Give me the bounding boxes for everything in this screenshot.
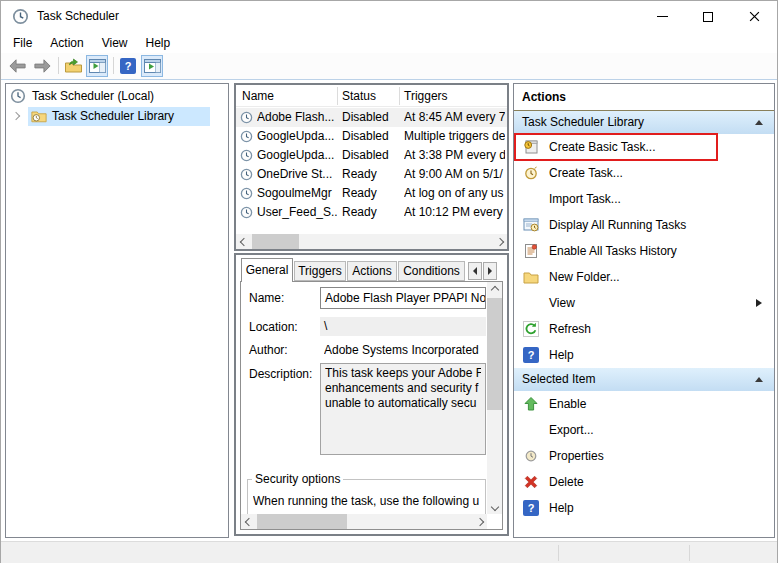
scroll-up-button[interactable] [487, 282, 502, 297]
menu-action[interactable]: Action [41, 34, 92, 52]
task-list-header: Name Status Triggers [236, 85, 507, 107]
collapse-arrow-icon[interactable] [755, 377, 763, 382]
display-running-tasks-icon [523, 217, 539, 233]
status-bar-separator [558, 545, 559, 561]
tab-conditions[interactable]: Conditions [398, 261, 465, 281]
task-clock-icon [240, 168, 253, 181]
action-item-enable-all-tasks-history[interactable]: Enable All Tasks History [514, 238, 774, 264]
group-header-task-scheduler-library[interactable]: Task Scheduler Library [514, 111, 774, 134]
scrollbar-thumb[interactable] [252, 234, 299, 249]
task-status: Disabled [342, 146, 398, 165]
help-icon: ? [120, 58, 136, 74]
action-item-enable[interactable]: Enable [514, 391, 774, 417]
collapse-arrow-icon[interactable] [755, 120, 763, 125]
tab-triggers[interactable]: Triggers [294, 261, 346, 281]
group-header-selected-item[interactable]: Selected Item [514, 368, 774, 391]
menu-help[interactable]: Help [137, 34, 180, 52]
name-label: Name: [249, 291, 284, 305]
scroll-right-button[interactable] [472, 514, 487, 529]
forward-button[interactable] [31, 55, 53, 77]
back-button[interactable] [6, 55, 28, 77]
description-line: This task keeps your Adobe F [325, 366, 481, 381]
column-header-name[interactable]: Name [242, 85, 274, 107]
expand-chevron-icon[interactable] [12, 112, 20, 120]
table-row[interactable]: GoogleUpda... Disabled Multiple triggers… [236, 127, 507, 146]
tab-actions[interactable]: Actions [347, 261, 397, 281]
table-row[interactable]: User_Feed_S... Ready At 10:12 PM every d [236, 203, 507, 222]
action-item-help[interactable]: ? Help [514, 342, 774, 368]
task-status: Ready [342, 165, 398, 184]
action-item-new-folder[interactable]: New Folder... [514, 264, 774, 290]
tree-item-task-scheduler-library[interactable]: Task Scheduler Library [6, 107, 228, 126]
actions-pane-title: Actions [514, 84, 774, 111]
tree-item-label: Task Scheduler (Local) [32, 87, 154, 106]
action-item-label: View [549, 290, 575, 316]
column-header-status[interactable]: Status [342, 85, 376, 107]
scroll-left-button[interactable] [236, 234, 251, 249]
no-icon [523, 422, 539, 438]
action-item-refresh[interactable]: Refresh [514, 316, 774, 342]
maximize-button[interactable] [685, 1, 731, 32]
status-bar [1, 541, 777, 563]
table-row[interactable]: SogoulmeMgr Ready At log on of any us [236, 184, 507, 203]
task-name-field[interactable]: Adobe Flash Player PPAPI Not [320, 287, 486, 309]
column-header-triggers[interactable]: Triggers [404, 85, 448, 107]
action-item-label: Create Task... [549, 160, 623, 186]
tab-scroll-right-button[interactable] [483, 262, 497, 280]
action-item-view[interactable]: View [514, 290, 774, 316]
toolbar-separator [113, 57, 114, 74]
help-button[interactable]: ? [117, 55, 139, 77]
close-button[interactable] [731, 1, 777, 32]
tab-general[interactable]: General [241, 258, 293, 282]
scrollbar-thumb[interactable] [257, 514, 347, 529]
table-row[interactable]: OneDrive St... Ready At 9:00 AM on 5/1/ [236, 165, 507, 184]
action-item-properties[interactable]: Properties [514, 443, 774, 469]
action-item-label: Delete [549, 469, 584, 495]
console-tree-toggle-button[interactable] [86, 55, 108, 77]
table-row[interactable]: GoogleUpda... Disabled At 3:38 PM every … [236, 146, 507, 165]
task-author-value: Adobe Systems Incorporated [324, 343, 486, 357]
task-name: User_Feed_S... [257, 203, 337, 222]
tab-scroll-left-button[interactable] [468, 262, 482, 280]
open-folder-button[interactable] [62, 55, 84, 77]
task-list-horizontal-scrollbar[interactable] [236, 234, 507, 249]
action-item-label: Export... [549, 417, 594, 443]
action-item-label: Properties [549, 443, 604, 469]
new-folder-icon [523, 269, 539, 285]
action-item-delete[interactable]: Delete [514, 469, 774, 495]
scroll-right-button[interactable] [492, 234, 507, 249]
task-clock-icon [240, 187, 253, 200]
action-item-create-task[interactable]: Create Task... [514, 160, 774, 186]
column-separator[interactable] [399, 87, 400, 105]
table-row[interactable]: Adobe Flash... Disabled At 8:45 AM every… [236, 108, 507, 127]
task-name: Adobe Flash... [257, 108, 337, 127]
task-name: SogoulmeMgr [257, 184, 337, 203]
folder-clock-icon [31, 108, 47, 124]
menu-view[interactable]: View [93, 34, 137, 52]
action-item-display-all-running-tasks[interactable]: Display All Running Tasks [514, 212, 774, 238]
details-horizontal-scrollbar[interactable] [241, 514, 487, 529]
tree-item-task-scheduler-local[interactable]: Task Scheduler (Local) [6, 87, 228, 106]
menu-file[interactable]: File [4, 34, 41, 52]
action-item-import-task[interactable]: Import Task... [514, 186, 774, 212]
scrollbar-thumb[interactable] [487, 298, 502, 410]
task-description-field[interactable]: This task keeps your Adobe F enhancement… [320, 363, 486, 455]
help-icon: ? [523, 500, 539, 516]
task-clock-icon [240, 111, 253, 124]
status-bar-separator [689, 545, 690, 561]
details-vertical-scrollbar[interactable] [487, 282, 502, 514]
action-pane-toggle-button[interactable] [141, 55, 163, 77]
action-item-export[interactable]: Export... [514, 417, 774, 443]
action-item-label: Enable All Tasks History [549, 238, 677, 264]
enable-icon [523, 396, 539, 412]
task-status: Ready [342, 184, 398, 203]
scroll-left-button[interactable] [241, 514, 256, 529]
action-item-help-selected[interactable]: ? Help [514, 495, 774, 521]
minimize-icon [657, 16, 668, 17]
task-status: Disabled [342, 108, 398, 127]
task-triggers: Multiple triggers de [404, 127, 505, 146]
scroll-down-button[interactable] [487, 499, 502, 514]
toolbar: ? [1, 53, 777, 80]
column-separator[interactable] [337, 87, 338, 105]
minimize-button[interactable] [639, 1, 685, 32]
